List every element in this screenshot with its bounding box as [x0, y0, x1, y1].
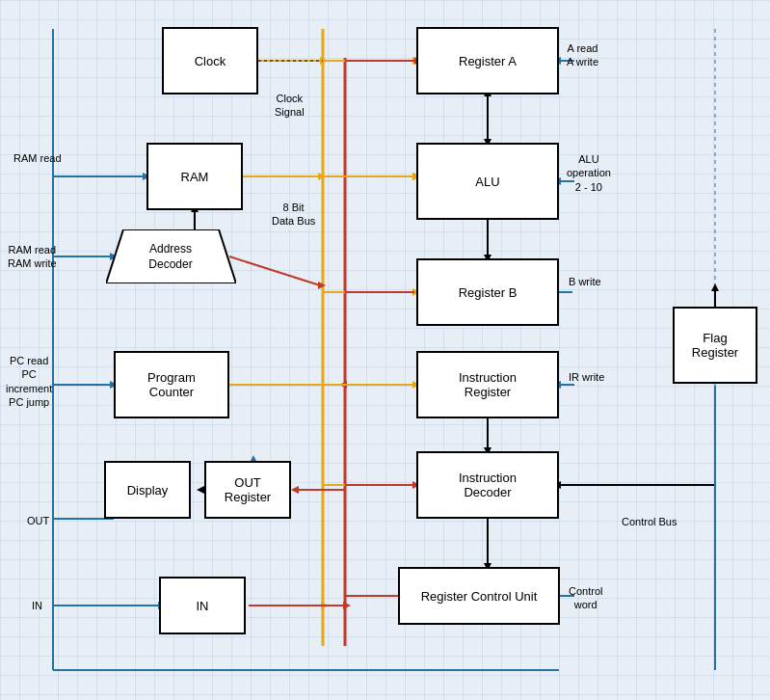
flag-register-block: FlagRegister [673, 307, 757, 384]
control-word-label: Controlword [569, 584, 602, 612]
diagram-canvas: Clock RAM Address Decoder ProgramCounter… [0, 0, 770, 700]
ram-rw-label: RAM readRAM write [8, 243, 57, 271]
svg-marker-66 [291, 486, 299, 494]
instruction-register-block: InstructionRegister [416, 351, 559, 418]
svg-marker-28 [318, 282, 326, 289]
clock-label: Clock [195, 54, 226, 68]
b-write-label: B write [569, 276, 601, 287]
register-b-label: Register B [459, 285, 518, 300]
out-register-block: OUTRegister [204, 461, 291, 519]
flag-register-label: FlagRegister [692, 331, 738, 360]
svg-marker-68 [291, 486, 299, 494]
ir-write-label: IR write [569, 371, 604, 383]
pc-controls-label: PC readPCincrementPC jump [6, 354, 52, 409]
svg-marker-15 [318, 173, 326, 180]
register-a-label: Register A [459, 54, 517, 68]
display-block: Display [104, 461, 191, 519]
svg-marker-45 [339, 381, 347, 389]
ram-read-label: RAM read [13, 152, 62, 164]
in-block: IN [159, 577, 246, 634]
display-label: Display [127, 483, 169, 498]
diagram-arrows [0, 0, 770, 700]
in-label: IN [197, 599, 209, 613]
address-decoder-block: Address Decoder [106, 229, 236, 283]
clock-signal-label: ClockSignal [275, 92, 305, 120]
in-side-label: IN [32, 600, 42, 611]
register-control-block: Register Control Unit [398, 567, 560, 625]
ram-block: RAM [146, 143, 243, 210]
out-side-label: OUT [27, 515, 49, 526]
svg-text:Address: Address [149, 242, 192, 256]
data-bus-label: 8 BitData Bus [272, 201, 315, 229]
register-control-label: Register Control Unit [421, 589, 538, 604]
register-a-block: Register A [416, 27, 559, 94]
instruction-decoder-label: InstructionDecoder [459, 471, 517, 499]
program-counter-block: ProgramCounter [114, 351, 229, 418]
register-b-block: Register B [416, 258, 559, 326]
svg-line-27 [229, 256, 320, 285]
svg-marker-64 [197, 486, 204, 494]
clock-block: Clock [162, 27, 258, 94]
svg-marker-81 [106, 229, 236, 283]
instruction-decoder-block: InstructionDecoder [416, 451, 559, 519]
alu-label: ALU [475, 175, 499, 189]
svg-marker-77 [343, 602, 351, 609]
instruction-register-label: InstructionRegister [459, 370, 517, 399]
control-bus-label: Control Bus [622, 516, 677, 527]
out-register-label: OUTRegister [225, 475, 271, 504]
svg-marker-75 [321, 602, 329, 609]
alu-op-label: ALUoperation2 - 10 [567, 152, 611, 194]
program-counter-label: ProgramCounter [147, 370, 196, 399]
svg-text:Decoder: Decoder [148, 257, 192, 271]
ram-label: RAM [181, 170, 209, 184]
svg-marker-58 [711, 283, 719, 291]
alu-block: ALU [416, 143, 559, 220]
svg-marker-6 [320, 57, 328, 65]
a-read-write-label: A readA write [567, 41, 598, 69]
